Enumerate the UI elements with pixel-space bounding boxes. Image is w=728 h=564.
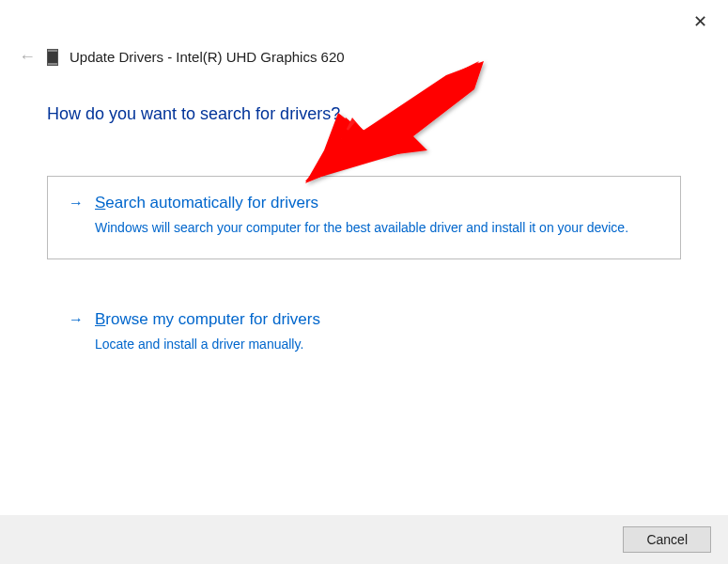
window-title: Update Drivers - Intel(R) UHD Graphics 6… — [70, 49, 345, 65]
arrow-right-icon: → — [69, 195, 84, 212]
cancel-button[interactable]: Cancel — [623, 526, 711, 553]
page-heading: How do you want to search for drivers? — [47, 104, 681, 124]
option-description: Locate and install a driver manually. — [95, 335, 659, 354]
footer-bar: Cancel — [0, 515, 728, 564]
close-icon: ✕ — [693, 12, 707, 31]
option-search-automatically[interactable]: → Search automatically for drivers Windo… — [47, 176, 681, 259]
arrow-right-icon: → — [69, 311, 84, 328]
device-icon — [47, 49, 58, 66]
option-browse-computer[interactable]: → Browse my computer for drivers Locate … — [47, 292, 681, 376]
content-area: How do you want to search for drivers? →… — [0, 67, 728, 376]
option-title: Browse my computer for drivers — [95, 310, 320, 329]
window-header: ← Update Drivers - Intel(R) UHD Graphics… — [0, 0, 728, 67]
option-header: → Search automatically for drivers — [69, 194, 659, 212]
option-description: Windows will search your computer for th… — [95, 218, 659, 238]
close-button[interactable]: ✕ — [693, 11, 707, 32]
option-title: Search automatically for drivers — [95, 194, 318, 212]
back-arrow-icon: ← — [19, 47, 36, 67]
option-header: → Browse my computer for drivers — [69, 310, 659, 329]
